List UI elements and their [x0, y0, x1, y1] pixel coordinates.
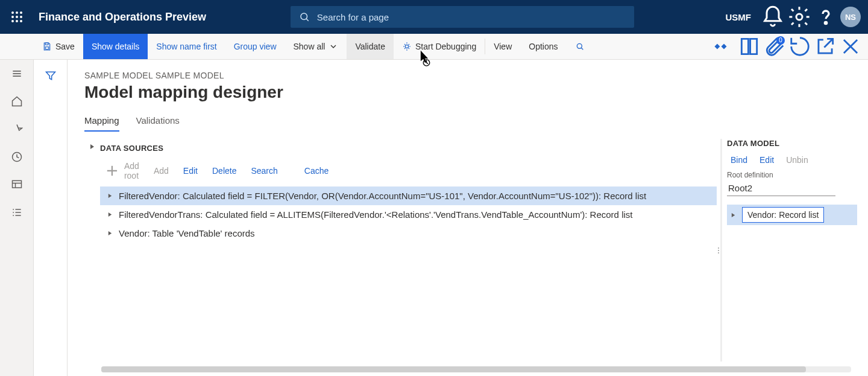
- group-view-label: Group view: [234, 42, 277, 51]
- chevron-down-icon: [329, 42, 338, 51]
- company-code[interactable]: USMF: [719, 12, 759, 22]
- refresh-icon[interactable]: [788, 34, 811, 59]
- svg-point-10: [301, 13, 307, 20]
- unbind-button[interactable]: Unbin: [782, 155, 808, 165]
- show-name-first-button[interactable]: Show name first: [148, 34, 225, 59]
- svg-point-6: [20, 16, 22, 18]
- page-title: Model mapping designer: [84, 83, 868, 102]
- add-root-label: Add root: [124, 161, 139, 180]
- book-icon[interactable]: [738, 34, 761, 59]
- data-sources-tree: FilteredVendor: Calculated field = FILTE…: [100, 186, 717, 243]
- show-name-first-label: Show name first: [156, 42, 216, 51]
- save-icon: [42, 42, 52, 51]
- view-button[interactable]: View: [485, 34, 520, 59]
- validate-button[interactable]: Validate: [347, 34, 394, 59]
- find-button[interactable]: [567, 34, 593, 59]
- tree-row-label: FilteredVendorTrans: Calculated field = …: [119, 209, 632, 220]
- svg-marker-49: [108, 231, 112, 235]
- bell-icon[interactable]: [761, 5, 785, 29]
- cache-button[interactable]: Cache: [301, 166, 329, 176]
- tab-mapping[interactable]: Mapping: [84, 115, 119, 132]
- resize-handle[interactable]: [717, 139, 720, 362]
- svg-marker-26: [17, 125, 22, 131]
- close-icon[interactable]: [839, 34, 862, 59]
- show-details-button[interactable]: Show details: [83, 34, 148, 59]
- gear-icon[interactable]: [787, 5, 811, 29]
- group-view-button[interactable]: Group view: [225, 34, 285, 59]
- search-input[interactable]: [317, 12, 626, 22]
- breadcrumb: SAMPLE MODEL SAMPLE MODEL: [84, 71, 868, 80]
- save-button[interactable]: Save: [34, 34, 83, 59]
- attachments-icon[interactable]: 0: [763, 34, 786, 59]
- tree-row-label: Vendor: Table 'VendTable' records: [119, 228, 255, 238]
- edit-label: Edit: [183, 166, 198, 176]
- svg-point-9: [20, 20, 22, 22]
- global-search[interactable]: [291, 6, 634, 28]
- search-icon: [299, 11, 310, 22]
- app-title: Finance and Operations Preview: [34, 11, 206, 24]
- tree-row[interactable]: Vendor: Table 'VendTable' records: [100, 224, 717, 243]
- tree-row[interactable]: FilteredVendorTrans: Calculated field = …: [100, 205, 717, 224]
- delete-label: Delete: [212, 166, 236, 176]
- home-icon[interactable]: [0, 88, 34, 115]
- star-icon[interactable]: [0, 115, 34, 143]
- start-debugging-button[interactable]: Start Debugging: [394, 34, 485, 59]
- tree-row-label: FilteredVendor: Calculated field = FILTE…: [119, 191, 646, 201]
- svg-point-12: [796, 14, 802, 20]
- data-sources-heading: DATA SOURCES: [100, 139, 717, 158]
- caret-icon[interactable]: [731, 212, 736, 218]
- show-all-label: Show all: [294, 42, 326, 51]
- popout-icon[interactable]: [814, 34, 837, 59]
- tree-row[interactable]: FilteredVendor: Calculated field = FILTE…: [100, 186, 717, 205]
- show-all-button[interactable]: Show all: [285, 34, 347, 59]
- edit-button[interactable]: Edit: [180, 166, 198, 176]
- save-label: Save: [55, 42, 75, 51]
- svg-point-5: [16, 16, 18, 18]
- top-bar: Finance and Operations Preview USMF NS: [0, 0, 868, 34]
- root-definition-label: Root definition: [727, 171, 857, 179]
- options-button[interactable]: Options: [520, 34, 566, 59]
- data-model-heading: DATA MODEL: [727, 139, 857, 148]
- hamburger-icon[interactable]: [0, 60, 34, 88]
- app-link-icon[interactable]: [712, 34, 735, 59]
- caret-icon[interactable]: [107, 193, 113, 199]
- svg-marker-48: [108, 212, 112, 217]
- waffle-icon[interactable]: [0, 0, 34, 34]
- view-label: View: [494, 42, 512, 51]
- svg-marker-37: [46, 72, 55, 80]
- add-button[interactable]: Add: [150, 166, 169, 176]
- delete-button[interactable]: Delete: [209, 166, 236, 176]
- svg-marker-50: [732, 212, 735, 217]
- data-model-panel: DATA MODEL Bind Edit Unbin: [727, 139, 868, 362]
- add-label: Add: [154, 166, 169, 176]
- caret-icon[interactable]: [107, 231, 113, 236]
- bind-button[interactable]: Bind: [727, 155, 747, 165]
- svg-point-3: [20, 11, 22, 14]
- tab-validations[interactable]: Validations: [136, 115, 180, 132]
- dm-tree-row[interactable]: Vendor: Record list: [727, 205, 857, 225]
- command-bar: Save Show details Show name first Group …: [0, 34, 868, 60]
- horizontal-scrollbar[interactable]: [101, 366, 851, 372]
- caret-icon[interactable]: [107, 212, 113, 217]
- svg-marker-38: [90, 144, 94, 149]
- search-button[interactable]: Search: [247, 166, 277, 176]
- cache-label: Cache: [304, 166, 329, 176]
- root-definition-field[interactable]: Root2: [727, 180, 835, 196]
- workspace-icon[interactable]: [0, 171, 34, 199]
- data-sources-panel: DATA SOURCES Add root Add: [84, 139, 722, 362]
- dm-edit-button[interactable]: Edit: [756, 155, 774, 165]
- modules-icon[interactable]: [0, 199, 34, 226]
- add-root-button[interactable]: Add root: [104, 161, 139, 180]
- recent-icon[interactable]: [0, 143, 34, 171]
- unbind-label: Unbin: [786, 155, 808, 165]
- start-debugging-label: Start Debugging: [415, 42, 476, 51]
- panel-collapse-handle[interactable]: [84, 139, 100, 362]
- svg-rect-28: [12, 180, 21, 188]
- dm-edit-label: Edit: [760, 155, 774, 165]
- svg-rect-20: [722, 44, 727, 49]
- help-icon[interactable]: [814, 5, 838, 29]
- avatar[interactable]: NS: [840, 7, 861, 27]
- svg-point-2: [16, 11, 18, 14]
- search-label: Search: [251, 166, 277, 176]
- filter-icon[interactable]: [45, 69, 57, 81]
